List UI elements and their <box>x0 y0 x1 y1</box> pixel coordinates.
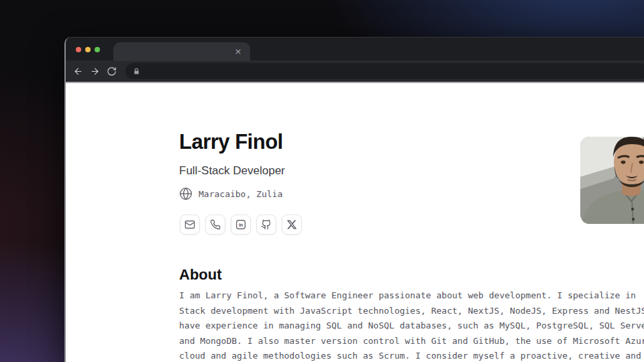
portfolio-page: Larry Finol Full-Stack Developer Maracai… <box>66 83 644 362</box>
profile-location: Maracaibo, Zulia <box>179 187 282 200</box>
back-button[interactable] <box>70 63 87 80</box>
location-text: Maracaibo, Zulia <box>199 189 282 199</box>
svg-text:in: in <box>239 223 243 227</box>
headshot-image <box>580 137 644 224</box>
about-heading: About <box>179 266 222 284</box>
about-line: have experience in managing SQL and NoSQ… <box>179 318 644 334</box>
maximize-window-button[interactable] <box>95 47 100 52</box>
back-arrow-icon <box>73 66 83 76</box>
globe-icon <box>179 187 193 200</box>
page-title: Larry Finol <box>179 130 283 154</box>
phone-icon <box>210 219 221 230</box>
forward-button[interactable] <box>87 63 103 80</box>
about-line: and MongoDB. I also master version contr… <box>179 334 644 349</box>
browser-toolbar <box>66 60 644 82</box>
x-button[interactable] <box>282 215 302 235</box>
about-line: I am Larry Finol, a Software Engineer pa… <box>179 288 644 304</box>
forward-arrow-icon <box>90 66 100 76</box>
reload-button[interactable] <box>103 63 120 80</box>
x-logo-icon <box>286 219 297 230</box>
linkedin-icon: in <box>235 219 246 230</box>
phone-button[interactable] <box>205 215 225 235</box>
github-button[interactable] <box>256 215 276 235</box>
padlock-icon <box>133 68 140 75</box>
about-line: Stack development with JavaScript techno… <box>179 304 644 319</box>
address-bar[interactable] <box>125 63 644 79</box>
tab-close-icon[interactable]: × <box>233 46 244 57</box>
tab-strip: × <box>66 37 644 60</box>
about-paragraph: I am Larry Finol, a Software Engineer pa… <box>179 288 644 362</box>
window-controls <box>76 47 100 52</box>
profile-photo <box>580 137 644 224</box>
browser-window: × Larry Finol Full-Stack Developer <box>64 37 644 362</box>
social-links: in <box>180 215 302 235</box>
close-window-button[interactable] <box>76 47 81 52</box>
envelope-icon <box>184 219 195 230</box>
email-button[interactable] <box>180 215 200 235</box>
reload-icon <box>107 66 117 76</box>
minimize-window-button[interactable] <box>85 47 91 52</box>
profile-role: Full-Stack Developer <box>179 164 285 178</box>
browser-tab[interactable]: × <box>113 42 250 61</box>
github-icon <box>261 219 272 230</box>
linkedin-button[interactable]: in <box>231 215 251 235</box>
about-line: cloud and agile methodologies such as Sc… <box>179 349 644 362</box>
